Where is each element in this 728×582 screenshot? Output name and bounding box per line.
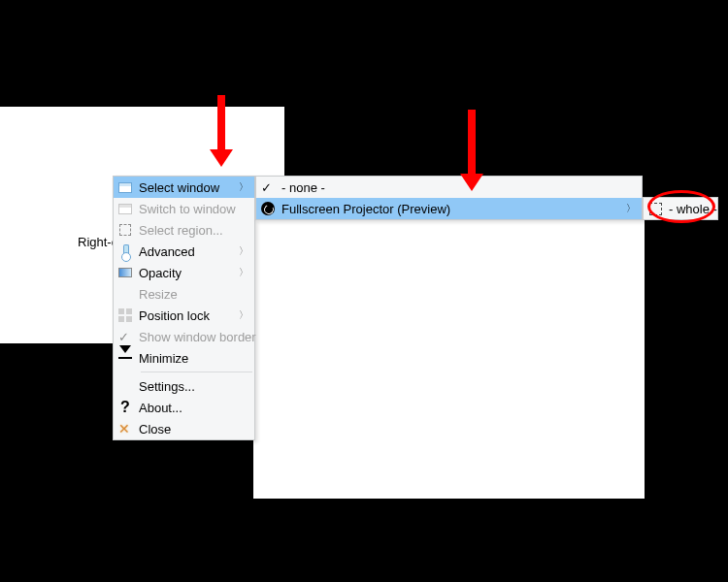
menu-item-select-window[interactable]: Select window 〉 [114,177,254,198]
menu-separator [141,372,252,372]
menu-item-position-lock[interactable]: Position lock 〉 [114,305,254,326]
annotation-arrow-2 [464,110,480,191]
grid-icon [114,305,137,326]
submenu-item-none[interactable]: ✓ - none - [256,177,642,198]
window-icon [114,177,137,198]
menu-item-advanced[interactable]: Advanced 〉 [114,241,254,262]
annotation-arrow-1 [214,95,229,167]
obs-icon [256,198,280,219]
preview-area [253,197,645,499]
instruction-text-truncated: Right-c [78,235,117,249]
chevron-right-icon: 〉 [239,244,248,258]
check-dark-icon: ✓ [256,177,280,198]
menu-item-about[interactable]: ? About... [114,397,254,418]
submenu-item-fullscreen-projector[interactable]: Fullscreen Projector (Preview) 〉 [256,198,642,219]
minimize-icon [114,347,137,369]
question-icon: ? [114,397,137,418]
chevron-right-icon: 〉 [239,180,248,194]
chevron-right-icon: 〉 [239,266,248,279]
menu-item-label: Close [137,422,248,436]
menu-item-opacity[interactable]: Opacity 〉 [114,262,254,283]
chevron-right-icon: 〉 [239,308,248,322]
menu-item-label: Fullscreen Projector (Preview) [280,202,626,216]
menu-item-label: Select window [137,180,239,195]
thermometer-icon [114,241,137,262]
annotation-ellipse [647,190,715,223]
check-icon: ✓ [114,326,137,347]
menu-item-minimize[interactable]: Minimize [114,347,254,369]
menu-item-close[interactable]: Close [114,418,254,439]
menu-item-label: Switch to window [137,202,248,216]
menu-item-label: Minimize [137,351,248,366]
chevron-right-icon: 〉 [626,202,636,215]
context-menu-main: Select window 〉 Switch to window Select … [113,176,255,440]
menu-item-label: Opacity [137,266,239,280]
menu-item-label: - none - [280,180,636,195]
window-icon-dim [114,198,137,219]
menu-item-label: Resize [137,287,248,302]
context-menu-window-list: ✓ - none - Fullscreen Projector (Preview… [255,176,643,220]
menu-item-select-region[interactable]: Select region... [114,219,254,241]
menu-item-resize[interactable]: Resize [114,283,254,305]
menu-item-show-border[interactable]: ✓ Show window border [114,326,254,347]
menu-item-settings[interactable]: Settings... [114,375,254,397]
menu-item-label: Show window border [137,330,256,344]
menu-item-label: About... [137,401,248,415]
menu-item-label: Select region... [137,223,248,238]
menu-item-label: Advanced [137,244,239,259]
menu-item-label: Position lock [137,308,239,323]
close-icon [114,418,137,439]
opacity-icon [114,262,137,283]
menu-item-label: Settings... [137,379,248,394]
menu-item-switch-to-window[interactable]: Switch to window [114,198,254,219]
region-icon [114,219,137,241]
